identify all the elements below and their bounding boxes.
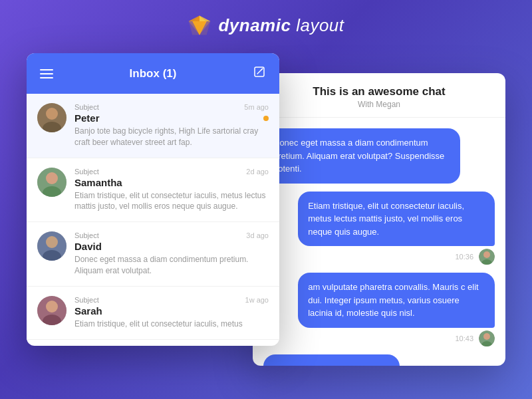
app-title: dynamic layout xyxy=(218,15,344,36)
chat-subtitle: With Megan xyxy=(266,100,492,109)
message-meta: Subject 5m ago xyxy=(74,103,269,111)
svg-point-15 xyxy=(46,236,58,248)
app-header: dynamic layout xyxy=(0,0,532,48)
message-content: Subject 5m ago Peter Banjo tote bag bicy… xyxy=(74,103,269,148)
chat-timestamp: 10:43 xyxy=(455,334,473,342)
message-subject: Subject xyxy=(74,168,99,176)
message-subject: Subject xyxy=(74,296,99,304)
brand-bold: dynamic xyxy=(218,15,291,35)
message-preview: Etiam tristique, elit ut consectetur iac… xyxy=(74,190,269,213)
chat-bubble-row: vallis lectus nec justo dapibus. xyxy=(263,354,495,366)
svg-point-24 xyxy=(483,333,490,340)
chat-timestamp: 10:36 xyxy=(455,253,473,261)
message-list: Subject 5m ago Peter Banjo tote bag bicy… xyxy=(27,94,279,340)
message-time: 2d ago xyxy=(246,168,269,176)
unread-indicator xyxy=(263,116,269,121)
avatar xyxy=(37,168,66,197)
message-subject: Subject xyxy=(74,231,99,239)
hamburger-menu-icon[interactable] xyxy=(40,69,53,78)
chat-messages: Donec eget massa a diam condimentum pret… xyxy=(253,118,505,366)
message-sender-row: Sarah xyxy=(74,305,269,317)
avatar xyxy=(37,296,66,325)
chat-time-row: 10:36 xyxy=(455,249,495,265)
message-content: Subject 1w ago Sarah Etiam tristique, el… xyxy=(74,296,269,330)
message-sender: Peter xyxy=(74,112,100,124)
message-item[interactable]: Subject 3d ago David Donec eget massa a … xyxy=(27,222,279,287)
message-content: Subject 2d ago Samantha Etiam tristique,… xyxy=(74,168,269,213)
compose-icon[interactable] xyxy=(253,65,266,82)
message-item[interactable]: Subject 1w ago Sarah Etiam tristique, el… xyxy=(27,287,279,340)
message-meta: Subject 1w ago xyxy=(74,296,269,304)
inbox-card: Inbox (1) xyxy=(27,53,279,346)
message-sender-row: Peter xyxy=(74,112,269,124)
sketch-icon xyxy=(188,15,211,36)
svg-point-9 xyxy=(46,108,58,120)
message-subject: Subject xyxy=(74,103,99,111)
message-meta: Subject 3d ago xyxy=(74,231,269,239)
cards-container: Inbox (1) xyxy=(27,53,505,359)
chat-time-row: 10:43 xyxy=(455,331,495,346)
message-sender-row: David xyxy=(74,241,269,252)
chat-title: This is an awesome chat xyxy=(266,85,492,98)
inbox-title: Inbox (1) xyxy=(130,67,177,80)
message-time: 5m ago xyxy=(244,103,269,111)
chat-avatar-small xyxy=(479,249,495,265)
message-preview: Banjo tote bag bicycle rights, High Life… xyxy=(74,126,269,148)
avatar xyxy=(37,103,66,132)
chat-bubble-row: Donec eget massa a diam condimentum pret… xyxy=(263,128,495,184)
chat-header: This is an awesome chat With Megan xyxy=(253,73,505,118)
brand-light: layout xyxy=(291,15,344,35)
chat-bubble-row: am vulputate pharetra convallis. Mauris … xyxy=(263,273,495,346)
avatar xyxy=(37,231,66,261)
chat-bubble: Etiam tristique, elit ut consectetur iac… xyxy=(298,192,495,247)
message-item[interactable]: Subject 5m ago Peter Banjo tote bag bicy… xyxy=(27,94,279,158)
message-sender: David xyxy=(74,241,102,252)
chat-bubble: am vulputate pharetra convallis. Mauris … xyxy=(298,273,495,328)
message-meta: Subject 2d ago xyxy=(74,168,269,176)
svg-point-18 xyxy=(46,301,58,313)
chat-bubble: vallis lectus nec justo dapibus. xyxy=(263,354,400,366)
message-item[interactable]: Subject 2d ago Samantha Etiam tristique,… xyxy=(27,158,279,223)
svg-point-21 xyxy=(483,251,490,258)
chat-card: This is an awesome chat With Megan Donec… xyxy=(253,73,505,366)
chat-bubble: Donec eget massa a diam condimentum pret… xyxy=(263,128,460,184)
message-time: 1w ago xyxy=(245,296,269,304)
chat-avatar-small xyxy=(479,331,495,346)
message-sender: Sarah xyxy=(74,305,102,317)
message-time: 3d ago xyxy=(246,231,269,239)
message-preview: Donec eget massa a diam condimentum pret… xyxy=(74,254,269,277)
message-content: Subject 3d ago David Donec eget massa a … xyxy=(74,231,269,277)
message-sender: Samantha xyxy=(74,177,122,188)
svg-point-12 xyxy=(46,172,58,184)
message-preview: Etiam tristique, elit ut consectetur iac… xyxy=(74,319,269,330)
inbox-header: Inbox (1) xyxy=(27,53,279,94)
message-sender-row: Samantha xyxy=(74,177,269,188)
chat-bubble-row: Etiam tristique, elit ut consectetur iac… xyxy=(263,192,495,265)
